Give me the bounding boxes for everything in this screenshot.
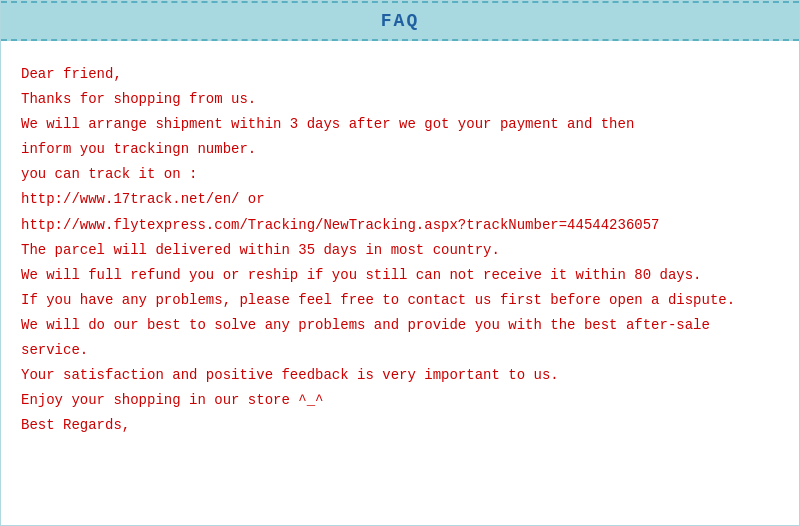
line-6: http://www.17track.net/en/ or [21, 188, 779, 211]
line-8: The parcel will delivered within 35 days… [21, 239, 779, 262]
line-9: We will full refund you or reship if you… [21, 264, 779, 287]
line-10: If you have any problems, please feel fr… [21, 289, 779, 312]
page-container: FAQ Dear friend, Thanks for shopping fro… [0, 0, 800, 526]
line-12: service. [21, 339, 779, 362]
faq-content: Dear friend, Thanks for shopping from us… [1, 45, 799, 449]
line-7: http://www.flytexpress.com/Tracking/NewT… [21, 214, 779, 237]
faq-title: FAQ [381, 11, 419, 31]
line-2: Thanks for shopping from us. [21, 88, 779, 111]
line-11: We will do our best to solve any problem… [21, 314, 779, 337]
line-5: you can track it on : [21, 163, 779, 186]
line-13: Your satisfaction and positive feedback … [21, 364, 779, 387]
line-3: We will arrange shipment within 3 days a… [21, 113, 779, 136]
line-4: inform you trackingn number. [21, 138, 779, 161]
line-14: Enjoy your shopping in our store ^_^ [21, 389, 779, 412]
faq-header: FAQ [1, 1, 799, 41]
line-1: Dear friend, [21, 63, 779, 86]
line-15: Best Regards, [21, 414, 779, 437]
